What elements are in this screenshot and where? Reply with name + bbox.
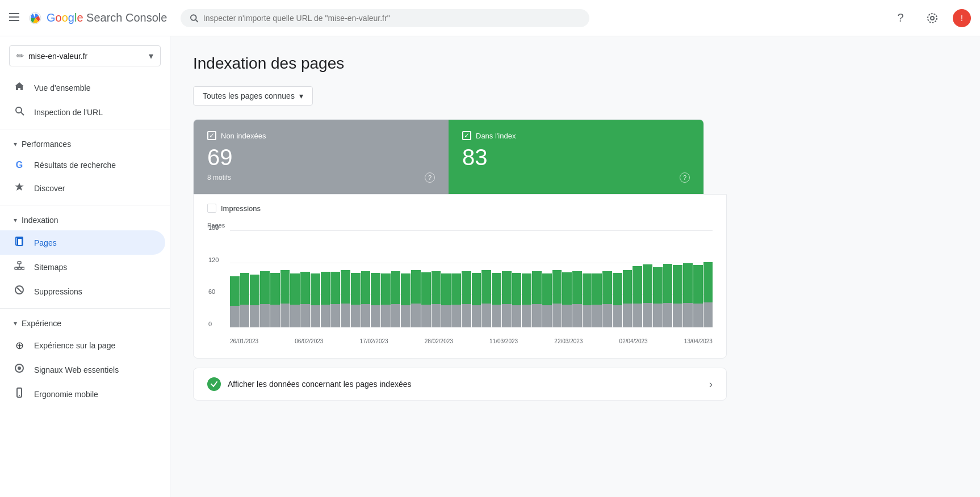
bar-group-6: [290, 231, 300, 327]
non-indexed-header: Non indexées: [207, 131, 435, 140]
bar-group-16: [391, 231, 401, 327]
non-indexed-checkbox[interactable]: [207, 131, 216, 140]
bar-green-41: [643, 264, 652, 303]
indexed-checkbox[interactable]: [462, 131, 471, 140]
bar-grey-45: [683, 303, 693, 327]
home-icon: [14, 81, 25, 94]
menu-icon[interactable]: [9, 12, 19, 24]
bar-green-7: [300, 272, 310, 305]
bar-grey-33: [562, 305, 572, 327]
sidebar-item-mobile[interactable]: Ergonomie mobile: [0, 382, 165, 406]
bar-green-28: [512, 273, 522, 306]
bar-green-17: [401, 273, 411, 306]
pages-icon: [14, 236, 25, 249]
bar-grey-8: [311, 305, 320, 327]
sidebar-label-web-vitals: Signaux Web essentiels: [34, 365, 119, 374]
indexed-help[interactable]: ?: [680, 172, 690, 183]
bar-grey-3: [260, 304, 270, 327]
property-selector[interactable]: ✏ mise-en-valeur.fr ▾: [9, 45, 161, 66]
search-bar[interactable]: [181, 9, 589, 27]
section-header-experience[interactable]: ▾ Expérience: [0, 313, 170, 334]
bar-grey-10: [330, 304, 340, 327]
bar-green-33: [562, 272, 572, 305]
svg-rect-1: [9, 16, 19, 18]
chart-area: 180 120 60 0 26/01/2023 06/02/2023 17/02…: [207, 231, 713, 344]
pages-filter-dropdown[interactable]: Toutes les pages connues ▾: [193, 86, 313, 106]
sidebar-item-overview[interactable]: Vue d'ensemble: [0, 75, 165, 100]
bar-grey-24: [472, 305, 481, 327]
bar-group-3: [260, 231, 270, 327]
svg-line-5: [196, 19, 198, 22]
bar-grey-35: [583, 305, 592, 327]
bar-green-36: [592, 273, 602, 305]
bar-group-37: [602, 231, 612, 327]
indexed-pages-link[interactable]: Afficher les données concernant les page…: [193, 368, 727, 401]
app-layout: ✏ mise-en-valeur.fr ▾ Vue d'ensemble Ins…: [0, 36, 980, 497]
bar-green-4: [270, 273, 280, 305]
bar-green-40: [633, 266, 642, 304]
section-header-performances[interactable]: ▾ Performances: [0, 134, 170, 154]
bar-grey-38: [613, 305, 622, 327]
sidebar-item-web-vitals[interactable]: Signaux Web essentiels: [0, 357, 165, 382]
sidebar-item-sitemaps[interactable]: Sitemaps: [0, 255, 165, 279]
sidebar-label-url-inspection: Inspection de l'URL: [34, 108, 103, 117]
bar-green-2: [250, 275, 259, 306]
bar-group-13: [361, 231, 371, 327]
bar-group-38: [613, 231, 622, 327]
sidebar-item-pages[interactable]: Pages: [0, 230, 165, 255]
section-label-indexation: Indexation: [22, 216, 58, 225]
sidebar-label-page-experience: Expérience sur la page: [34, 341, 115, 350]
y-label-180: 180: [208, 224, 219, 231]
section-header-indexation[interactable]: ▾ Indexation: [0, 210, 170, 230]
indexed-header: Dans l'index: [462, 131, 690, 140]
bar-green-46: [693, 265, 703, 304]
bar-group-8: [311, 231, 320, 327]
sidebar-label-mobile: Ergonomie mobile: [34, 390, 98, 399]
bar-grey-7: [300, 304, 310, 327]
main-content: Indexation des pages Toutes les pages co…: [170, 36, 980, 497]
bar-group-18: [411, 231, 421, 327]
bar-green-43: [663, 264, 673, 303]
y-label-120: 120: [208, 256, 219, 263]
bar-group-32: [552, 231, 562, 327]
x-label-0: 26/01/2023: [230, 338, 258, 344]
suppressions-icon: [14, 285, 25, 298]
svg-point-7: [928, 14, 937, 23]
bar-green-42: [653, 267, 663, 304]
bar-grey-18: [411, 304, 421, 327]
app-title: Google Search Console: [47, 11, 167, 24]
bar-group-44: [673, 231, 682, 327]
bar-group-7: [300, 231, 310, 327]
indexed-pages-link-text: Afficher les données concernant les page…: [228, 380, 702, 389]
help-button[interactable]: ?: [889, 7, 912, 30]
avatar[interactable]: !: [953, 9, 971, 27]
x-label-5: 22/03/2023: [554, 338, 583, 344]
bar-grey-26: [492, 305, 501, 327]
sidebar-item-search-results[interactable]: G Résultats de recherche: [0, 154, 165, 176]
x-label-1: 06/02/2023: [295, 338, 323, 344]
bar-group-36: [592, 231, 602, 327]
bar-green-23: [462, 271, 471, 305]
bar-grey-19: [421, 305, 431, 327]
sidebar-item-discover[interactable]: Discover: [0, 176, 165, 200]
bar-group-23: [462, 231, 471, 327]
bar-green-32: [552, 270, 562, 304]
impressions-checkbox[interactable]: [207, 204, 216, 213]
bar-grey-2: [250, 305, 259, 327]
bar-group-33: [562, 231, 572, 327]
bar-green-39: [623, 270, 633, 304]
non-indexed-help[interactable]: ?: [425, 172, 435, 183]
property-dropdown-icon: ▾: [149, 50, 153, 61]
bar-grey-14: [371, 305, 380, 327]
settings-button[interactable]: [921, 7, 944, 30]
url-search-input[interactable]: [203, 14, 581, 23]
sidebar-item-url-inspection[interactable]: Inspection de l'URL: [0, 100, 165, 124]
bar-group-10: [330, 231, 340, 327]
sidebar-item-suppressions[interactable]: Suppressions: [0, 279, 165, 304]
bar-group-29: [522, 231, 531, 327]
bar-group-15: [381, 231, 391, 327]
bar-green-6: [290, 273, 300, 305]
bar-group-26: [492, 231, 501, 327]
bar-group-1: [240, 231, 250, 327]
sidebar-item-page-experience[interactable]: ⊕ Expérience sur la page: [0, 334, 165, 357]
